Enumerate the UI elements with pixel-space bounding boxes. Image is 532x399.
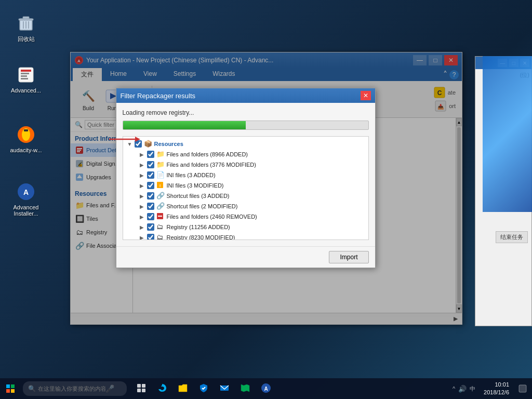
registry-added-expand[interactable]: ▶ (140, 224, 147, 230)
taskbar-app-advanced[interactable]: A (256, 378, 276, 399)
progress-bar-container (123, 121, 369, 130)
svg-rect-2 (19, 19, 33, 20)
taskbar: 🔍 🎤 (0, 378, 532, 399)
tree-item-shortcut-added[interactable]: ▶ 🔗 Shortcut files (3 ADDED) (125, 191, 366, 201)
filter-dialog: Filter Repackager results ✕ Loading remo… (116, 88, 376, 268)
advanced-installer2-icon: A (16, 181, 36, 202)
tree-item-files-added[interactable]: ▶ 📁 Files and folders (8966 ADDED) (125, 149, 366, 159)
app-window: A Your Application - New Project (Chines… (70, 52, 462, 325)
modal-overlay: Filter Repackager results ✕ Loading remo… (71, 52, 462, 324)
dialog-close-btn[interactable]: ✕ (361, 91, 371, 100)
tree-item-resources-root[interactable]: ▼ 📦 Resources (125, 139, 366, 149)
svg-rect-42 (6, 389, 10, 393)
svg-rect-9 (21, 75, 27, 77)
dialog-status-text: Loading remove registry... (123, 109, 369, 116)
taskbar-mic-icon[interactable]: 🎤 (105, 384, 114, 393)
audacity-label: audacity-w... (10, 147, 42, 153)
start-button[interactable] (0, 378, 21, 399)
svg-rect-41 (11, 384, 15, 388)
taskbar-app-shield[interactable] (193, 378, 214, 399)
ini-added-checkbox[interactable] (147, 171, 154, 179)
desktop-icon-advanced[interactable]: Advanced... (8, 62, 44, 96)
dialog-titlebar: Filter Repackager results ✕ (116, 88, 375, 103)
dialog-footer: Import (116, 246, 375, 268)
svg-rect-7 (21, 70, 31, 72)
end-task-button[interactable]: 结束任务 (496, 231, 528, 243)
recycle-bin-icon (16, 12, 36, 33)
shortcut-modified-checkbox[interactable] (147, 203, 154, 210)
desktop-icon-recycle[interactable]: 回收站 (8, 10, 44, 45)
files-removed-label: Files and folders (2460 REMOVED) (167, 214, 257, 220)
recycle-bin-label: 回收站 (18, 35, 35, 43)
registry-added-checkbox[interactable] (147, 223, 154, 231)
tree-item-files-modified[interactable]: ▶ 📁 Files and folders (3776 MODIFIED) (125, 159, 366, 170)
ini-modified-expand[interactable]: ▶ (140, 183, 147, 189)
tree-item-registry-added[interactable]: ▶ 🗂 Registry (11256 ADDED) (125, 222, 366, 232)
tray-show-hidden[interactable]: ^ (453, 385, 455, 392)
advanced-icon-label: Advanced... (11, 87, 41, 94)
taskbar-search-input[interactable] (38, 385, 105, 392)
svg-rect-52 (519, 385, 526, 392)
tray-volume-icon[interactable]: 🔊 (458, 385, 467, 393)
registry-modified-label: Registry (8230 MODIFIED) (167, 234, 235, 240)
tree-item-shortcut-modified[interactable]: ▶ 🔗 Shortcut files (2 MODIFIED) (125, 201, 366, 211)
tray-input-method[interactable]: 中 (470, 385, 475, 393)
svg-rect-47 (142, 389, 145, 392)
ini-added-label: INI files (3 ADDED) (167, 172, 216, 178)
files-modified-label: Files and folders (3776 MODIFIED) (167, 162, 256, 168)
files-removed-icon (156, 212, 165, 221)
taskbar-search[interactable]: 🔍 🎤 (23, 381, 127, 396)
taskbar-clock[interactable]: 10:01 2018/12/6 (480, 381, 513, 397)
ini-modified-checkbox[interactable] (147, 182, 154, 189)
resources-root-icon: 📦 (144, 140, 152, 148)
desktop: 回收站 Advanced... audacity-w... (0, 0, 532, 399)
registry-modified-expand[interactable]: ▶ (140, 235, 147, 241)
tree-item-ini-modified[interactable]: ▶ ! INI files (3 MODIFIED) (125, 180, 366, 191)
desktop-icon-audacity[interactable]: audacity-w... (8, 122, 44, 155)
tree-container[interactable]: ▼ 📦 Resources ▶ 📁 Files and folders (896… (123, 136, 369, 240)
tree-item-files-removed[interactable]: ▶ Files and folders (2460 REMOVED) (125, 211, 366, 222)
tree-item-ini-added[interactable]: ▶ 📄 INI files (3 ADDED) (125, 170, 366, 180)
taskbar-app-edge[interactable] (152, 378, 172, 399)
registry-modified-checkbox[interactable] (147, 234, 154, 240)
files-modified-icon: 📁 (156, 161, 165, 169)
notification-center-btn[interactable] (513, 378, 532, 399)
svg-text:A: A (23, 188, 29, 196)
files-modified-expand[interactable]: ▶ (140, 162, 147, 168)
shortcut-added-checkbox[interactable] (147, 192, 154, 200)
svg-text:A: A (264, 386, 268, 392)
taskbar-app-maps[interactable] (235, 378, 256, 399)
files-modified-checkbox[interactable] (147, 161, 154, 168)
registry-modified-icon: 🗂 (156, 233, 165, 240)
taskbar-app-task-view[interactable] (131, 378, 152, 399)
ini-modified-label: INI files (3 MODIFIED) (167, 182, 224, 189)
svg-rect-10 (21, 78, 28, 79)
progress-bar-fill (123, 121, 246, 129)
dialog-body: Loading remove registry... ▼ 📦 Resources (116, 103, 375, 246)
files-removed-checkbox[interactable] (147, 213, 154, 220)
taskbar-app-mail[interactable] (214, 378, 235, 399)
taskbar-app-explorer[interactable] (172, 378, 193, 399)
svg-rect-45 (142, 384, 145, 388)
taskbar-search-icon: 🔍 (28, 385, 36, 392)
desktop-icon-adv2[interactable]: A Advanced Installer... (8, 179, 44, 219)
shortcut-added-icon: 🔗 (156, 192, 165, 200)
shortcut-added-expand[interactable]: ▶ (140, 193, 147, 199)
svg-rect-46 (137, 389, 141, 392)
taskbar-tray: ^ 🔊 中 (448, 385, 480, 393)
arrow-indicator (109, 134, 140, 146)
advanced-installer-icon (16, 64, 36, 85)
import-button[interactable]: Import (329, 251, 368, 263)
tree-item-registry-modified[interactable]: ▶ 🗂 Registry (8230 MODIFIED) (125, 232, 366, 240)
shortcut-modified-icon: 🔗 (156, 202, 165, 210)
win10-bg (483, 56, 532, 212)
files-removed-expand[interactable]: ▶ (140, 214, 147, 220)
files-added-expand[interactable]: ▶ (140, 152, 147, 157)
shortcut-modified-expand[interactable]: ▶ (140, 204, 147, 209)
advanced-icon2-label: Advanced Installer... (10, 204, 42, 217)
svg-rect-44 (137, 384, 141, 388)
ini-added-expand[interactable]: ▶ (140, 172, 147, 178)
shortcut-added-label: Shortcut files (3 ADDED) (167, 193, 230, 199)
registry-added-label: Registry (11256 ADDED) (167, 224, 230, 230)
files-added-checkbox[interactable] (147, 151, 154, 158)
